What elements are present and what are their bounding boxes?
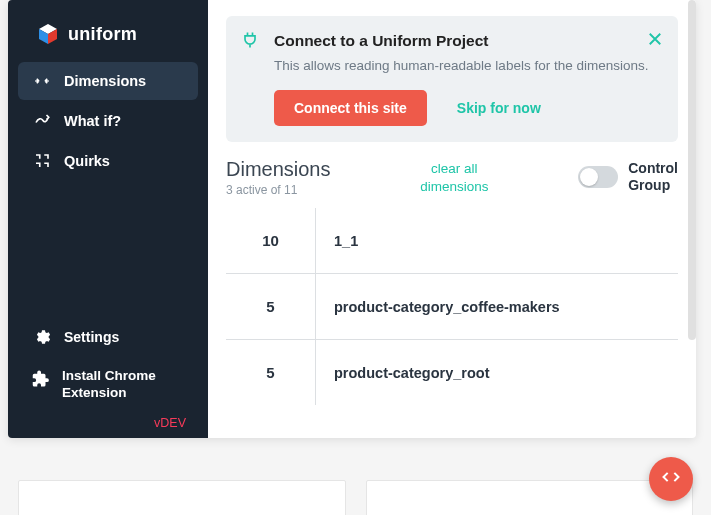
code-fab-button[interactable]	[649, 457, 693, 501]
control-group-label-2: Group	[628, 177, 678, 194]
connect-site-button[interactable]: Connect this site	[274, 90, 427, 126]
sidebar: uniform Dimensions What if?	[8, 0, 208, 438]
gear-icon	[32, 328, 52, 346]
sidebar-item-label: What if?	[64, 113, 121, 129]
sidebar-bottom: Settings Install Chrome Extension vDEV	[8, 318, 208, 438]
connect-callout: Connect to a Uniform Project This allows…	[226, 16, 678, 142]
dimension-row[interactable]: 5 product-category_coffee-makers	[226, 273, 678, 339]
uniform-logo-icon	[36, 22, 60, 46]
dimensions-list: 10 1_1 5 product-category_coffee-makers …	[226, 207, 678, 405]
sidebar-item-dimensions[interactable]: Dimensions	[18, 62, 198, 100]
close-icon[interactable]	[646, 30, 664, 52]
main-content: Connect to a Uniform Project This allows…	[208, 0, 696, 438]
sidebar-item-settings[interactable]: Settings	[18, 318, 198, 356]
background-card	[18, 480, 346, 515]
version-label: vDEV	[18, 414, 198, 434]
sidebar-item-whatif[interactable]: What if?	[18, 102, 198, 140]
dimensions-icon	[32, 72, 52, 90]
clear-all-link[interactable]: clear all dimensions	[420, 158, 488, 196]
sidebar-item-label: Install Chrome Extension	[62, 368, 184, 402]
skip-link[interactable]: Skip for now	[457, 100, 541, 116]
clear-all-line2: dimensions	[420, 178, 488, 196]
dimension-name: product-category_root	[316, 340, 678, 405]
devtools-panel: uniform Dimensions What if?	[8, 0, 696, 438]
background-cards	[0, 480, 711, 515]
sidebar-item-label: Quirks	[64, 153, 110, 169]
connect-actions: Connect this site Skip for now	[274, 90, 660, 126]
sidebar-item-install-extension[interactable]: Install Chrome Extension	[18, 358, 198, 412]
clear-all-line1: clear all	[420, 160, 488, 178]
dimension-value: 5	[226, 340, 316, 405]
dimensions-header: Dimensions 3 active of 11 clear all dime…	[226, 158, 678, 197]
dimension-name: product-category_coffee-makers	[316, 274, 678, 339]
control-group-toggle[interactable]	[578, 166, 618, 188]
dimension-value: 5	[226, 274, 316, 339]
sidebar-item-label: Settings	[64, 329, 119, 345]
control-group: Control Group	[578, 158, 678, 194]
control-group-label-1: Control	[628, 160, 678, 177]
code-icon	[661, 467, 681, 491]
sidebar-item-label: Dimensions	[64, 73, 146, 89]
dimension-row[interactable]: 5 product-category_root	[226, 339, 678, 405]
dimension-row[interactable]: 10 1_1	[226, 208, 678, 273]
dimension-name: 1_1	[316, 208, 678, 273]
connect-description: This allows reading human-readable label…	[274, 56, 660, 76]
plug-icon	[240, 30, 260, 54]
whatif-icon	[32, 112, 52, 130]
background-card	[366, 480, 694, 515]
dimensions-subtitle: 3 active of 11	[226, 183, 330, 197]
dimension-value: 10	[226, 208, 316, 273]
extension-icon	[32, 368, 50, 388]
sidebar-item-quirks[interactable]: Quirks	[18, 142, 198, 180]
quirks-icon	[32, 152, 52, 170]
brand-name: uniform	[68, 24, 137, 45]
connect-title: Connect to a Uniform Project	[274, 32, 660, 50]
dimensions-title: Dimensions	[226, 158, 330, 181]
sidebar-nav: Dimensions What if? Quirks	[8, 62, 208, 182]
brand: uniform	[8, 14, 208, 62]
